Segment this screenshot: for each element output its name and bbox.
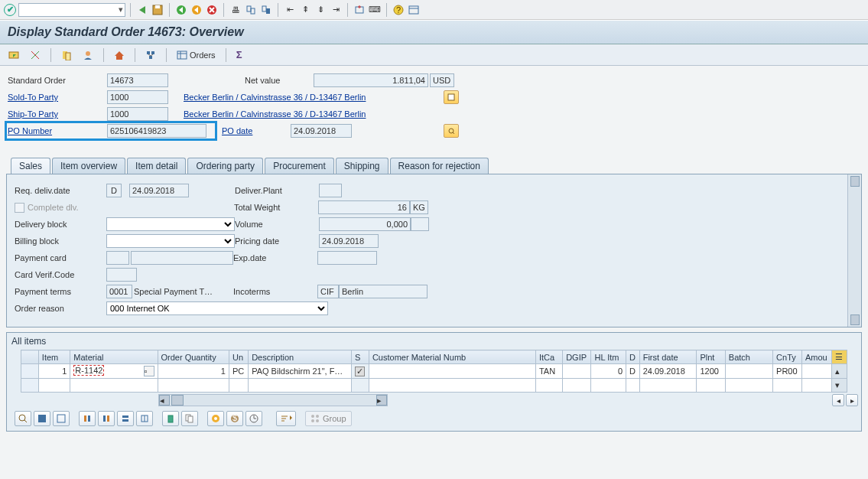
items-grid[interactable]: Item Material Order Quantity Un Descript… (21, 350, 847, 393)
ship-to-field[interactable]: 1000 (107, 107, 168, 121)
cell-dgip[interactable] (563, 364, 591, 379)
delivery-block-select[interactable] (106, 217, 235, 231)
nav-next-button[interactable] (117, 411, 134, 426)
cell-un[interactable]: PC (229, 364, 248, 379)
help-icon[interactable]: ? (392, 3, 405, 17)
col-custmat[interactable]: Customer Material Numb (369, 350, 535, 364)
config-item-button[interactable] (207, 411, 224, 426)
deselect-all-button[interactable] (53, 411, 70, 426)
pricing-date-field[interactable]: 24.09.2018 (319, 234, 379, 248)
grid-hscroll-right[interactable]: ▸ (846, 394, 858, 406)
cell-material[interactable]: R-1142▫ (70, 364, 158, 379)
back-green-icon[interactable] (174, 3, 188, 17)
cell-qty[interactable]: 1 (158, 364, 229, 379)
enter-button[interactable]: ✔ (3, 3, 17, 17)
req-deliv-date[interactable]: 24.09.2018 (129, 184, 189, 197)
orders-button[interactable]: Orders (173, 47, 219, 63)
detail-button[interactable] (15, 411, 31, 426)
col-dgip[interactable]: DGIP (563, 350, 591, 364)
nav-first-button[interactable] (79, 411, 96, 426)
cell-itca[interactable]: TAN (535, 364, 562, 379)
sum-button[interactable]: Σ (232, 47, 246, 63)
payment-terms-field[interactable]: 0001 (106, 285, 132, 298)
cell-batch[interactable] (725, 364, 772, 379)
sort-button[interactable] (276, 411, 296, 426)
grid-hscroll-left[interactable]: ◂ (832, 394, 844, 406)
col-amount[interactable]: Amou (801, 350, 831, 364)
atp-button[interactable] (245, 411, 262, 426)
cell-scroll-down[interactable]: ▾ (832, 379, 847, 393)
table-row-empty[interactable]: ▾ (21, 379, 847, 393)
billing-block-select[interactable] (106, 234, 235, 248)
shortcut-icon[interactable]: ⌨ (368, 3, 382, 17)
ship-to-label[interactable]: Ship-To Party (8, 109, 107, 119)
cell-item[interactable]: 1 (38, 364, 70, 379)
home-button[interactable] (110, 47, 128, 63)
reject-button[interactable] (26, 47, 44, 63)
cell-desc[interactable]: PAQ Bildschirm 21", F… (249, 364, 352, 379)
find-icon[interactable] (244, 3, 258, 17)
po-detail-button[interactable] (444, 124, 459, 138)
cell-s[interactable]: ✓ (352, 364, 369, 379)
cancel-icon[interactable] (205, 3, 219, 17)
display-header-button[interactable] (5, 47, 23, 63)
col-un[interactable]: Un (229, 350, 248, 364)
delete-item-button[interactable] (162, 411, 179, 426)
col-cnty[interactable]: CnTy (773, 350, 802, 364)
cell-scroll-up[interactable]: ▴ (832, 364, 847, 379)
nav-last-button[interactable] (136, 411, 153, 426)
cell-plnt[interactable]: 1200 (697, 364, 725, 379)
col-desc[interactable]: Description (249, 350, 352, 364)
tab-shipping[interactable]: Shipping (336, 158, 388, 174)
last-page-icon[interactable]: ⇥ (329, 3, 343, 17)
first-page-icon[interactable]: ⇤ (283, 3, 297, 17)
req-deliv-rule[interactable]: D (106, 184, 122, 197)
col-item[interactable]: Item (38, 350, 70, 364)
panel-scrollbar[interactable] (847, 174, 861, 327)
col-itca[interactable]: ItCa (535, 350, 562, 364)
cell-d[interactable]: D (626, 364, 640, 379)
header-nav-button[interactable] (57, 47, 76, 63)
next-page-icon[interactable]: ⇟ (314, 3, 327, 17)
new-session-icon[interactable] (353, 3, 366, 17)
col-s[interactable]: S (352, 350, 369, 364)
col-config-icon[interactable]: ☰ (832, 350, 847, 364)
back-icon[interactable] (135, 3, 149, 17)
exp-date-field[interactable] (317, 251, 377, 265)
grid-hscrollbar[interactable]: ◂ ▸ (158, 394, 388, 406)
deliver-plant-field[interactable] (319, 184, 342, 197)
exit-icon[interactable] (190, 3, 203, 17)
sold-to-text[interactable]: Becker Berlin / Calvinstrasse 36 / D-134… (184, 93, 366, 102)
col-d[interactable]: D (626, 350, 640, 364)
col-hlitm[interactable]: HL Itm (591, 350, 626, 364)
tab-procurement[interactable]: Procurement (265, 158, 334, 174)
card-verif-field[interactable] (106, 268, 137, 282)
payment-card-type[interactable] (106, 251, 129, 265)
col-first[interactable]: First date (639, 350, 697, 364)
tab-item-overview[interactable]: Item overview (52, 158, 125, 174)
table-row[interactable]: 1 R-1142▫ 1 PC PAQ Bildschirm 21", F… ✓ … (21, 364, 847, 379)
order-reason-select[interactable]: 000 Internet OK (106, 301, 328, 315)
cell-cnty[interactable]: PR00 (773, 364, 802, 379)
tab-item-detail[interactable]: Item detail (127, 158, 186, 174)
select-all-button[interactable] (34, 411, 50, 426)
po-date-field[interactable]: 24.09.2018 (291, 124, 352, 138)
sold-to-label[interactable]: Sold-To Party (8, 93, 107, 102)
command-field[interactable] (18, 3, 125, 17)
copy-item-button[interactable] (181, 411, 198, 426)
tab-ordering-party[interactable]: Ordering party (187, 158, 263, 174)
prev-page-icon[interactable]: ⇞ (298, 3, 312, 17)
col-qty[interactable]: Order Quantity (158, 350, 229, 364)
cell-hlitm[interactable]: 0 (591, 364, 626, 379)
tab-reason-rejection[interactable]: Reason for rejection (390, 158, 489, 174)
sold-to-field[interactable]: 1000 (107, 90, 168, 104)
cell-amount[interactable] (801, 364, 831, 379)
standard-order-field[interactable]: 14673 (107, 73, 168, 87)
find-next-icon[interactable] (259, 3, 273, 17)
partner-button[interactable] (79, 47, 97, 63)
tab-sales[interactable]: Sales (11, 158, 50, 174)
po-date-label[interactable]: PO date (222, 126, 291, 135)
cell-custmat[interactable] (369, 364, 535, 379)
save-icon[interactable] (151, 3, 164, 17)
col-batch[interactable]: Batch (725, 350, 772, 364)
